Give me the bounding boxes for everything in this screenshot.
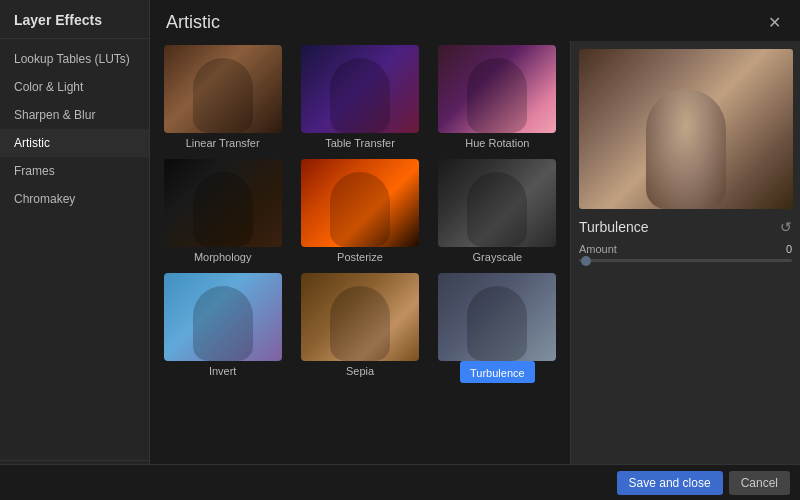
app-footer: Save and close Cancel: [0, 464, 800, 500]
effect-label-text-3: Morphology: [194, 251, 251, 263]
effect-item-invert[interactable]: Invert: [158, 273, 287, 383]
effect-label-text-5: Grayscale: [473, 251, 523, 263]
thumb-figure-6: [193, 286, 253, 361]
thumb-figure-1: [330, 58, 390, 133]
thumb-figure-3: [193, 172, 253, 247]
effect-item-grayscale[interactable]: Grayscale: [433, 159, 562, 265]
effect-thumb-0: [164, 45, 282, 133]
effect-label-text-8: Turbulence: [470, 367, 525, 379]
effect-label-wrap-5: Grayscale: [473, 247, 523, 265]
content-area: Linear TransferTable TransferHue Rotatio…: [150, 41, 800, 500]
preview-image: [579, 49, 793, 209]
effect-thumb-6: [164, 273, 282, 361]
main-header: Artistic ✕: [150, 0, 800, 41]
cancel-button[interactable]: Cancel: [729, 471, 790, 495]
effect-item-morphology[interactable]: Morphology: [158, 159, 287, 265]
effect-name-label: Turbulence: [579, 219, 649, 235]
effect-label-wrap-4: Posterize: [337, 247, 383, 265]
effect-thumb-8: [438, 273, 556, 361]
sidebar-item-color-light[interactable]: Color & Light: [0, 73, 149, 101]
param-row-amount: Amount 0: [579, 243, 792, 255]
param-label-amount: Amount: [579, 243, 617, 255]
thumb-figure-4: [330, 172, 390, 247]
effect-label-wrap-7: Sepia: [346, 361, 374, 379]
section-title: Artistic: [166, 12, 220, 33]
sidebar-title: Layer Effects: [0, 0, 149, 39]
effect-thumb-3: [164, 159, 282, 247]
effect-item-sepia[interactable]: Sepia: [295, 273, 424, 383]
effects-grid: Linear TransferTable TransferHue Rotatio…: [158, 45, 562, 383]
sidebar-nav: Lookup Tables (LUTs)Color & LightSharpen…: [0, 39, 149, 460]
effect-label-wrap-3: Morphology: [194, 247, 251, 265]
effect-thumb-4: [301, 159, 419, 247]
amount-slider-track[interactable]: [579, 259, 792, 262]
sidebar-item-chromakey[interactable]: Chromakey: [0, 185, 149, 213]
effect-label-text-7: Sepia: [346, 365, 374, 377]
effect-label-text-1: Table Transfer: [325, 137, 395, 149]
effect-label-wrap-2: Hue Rotation: [465, 133, 529, 151]
effect-label-text-2: Hue Rotation: [465, 137, 529, 149]
effect-thumb-1: [301, 45, 419, 133]
reset-effect-button[interactable]: ↺: [780, 219, 792, 235]
effect-thumb-7: [301, 273, 419, 361]
thumb-figure-2: [467, 58, 527, 133]
close-button[interactable]: ✕: [764, 13, 784, 33]
thumb-figure-8: [467, 286, 527, 361]
effect-label-text-4: Posterize: [337, 251, 383, 263]
effect-item-linear-transfer[interactable]: Linear Transfer: [158, 45, 287, 151]
save-and-close-button[interactable]: Save and close: [617, 471, 723, 495]
sidebar-item-sharpen-blur[interactable]: Sharpen & Blur: [0, 101, 149, 129]
effect-label-wrap-0: Linear Transfer: [186, 133, 260, 151]
amount-slider-thumb[interactable]: [581, 256, 591, 266]
sidebar-item-artistic[interactable]: Artistic: [0, 129, 149, 157]
thumb-figure-7: [330, 286, 390, 361]
effects-grid-area: Linear TransferTable TransferHue Rotatio…: [150, 41, 570, 500]
effect-item-turbulence[interactable]: Turbulence: [433, 273, 562, 383]
effect-label-wrap-1: Table Transfer: [325, 133, 395, 151]
sidebar: Layer Effects Lookup Tables (LUTs)Color …: [0, 0, 150, 500]
sidebar-item-frames[interactable]: Frames: [0, 157, 149, 185]
effect-label-text-6: Invert: [209, 365, 237, 377]
effect-item-table-transfer[interactable]: Table Transfer: [295, 45, 424, 151]
effect-item-hue-rotation[interactable]: Hue Rotation: [433, 45, 562, 151]
thumb-figure-5: [467, 172, 527, 247]
effect-name-panel: Turbulence ↺: [579, 219, 792, 235]
thumb-figure-0: [193, 58, 253, 133]
effect-label-wrap-8: Turbulence: [460, 361, 535, 383]
right-panel: Turbulence ↺ Amount 0: [570, 41, 800, 500]
effect-thumb-5: [438, 159, 556, 247]
effect-label-wrap-6: Invert: [209, 361, 237, 379]
preview-figure: [646, 89, 726, 209]
sidebar-item-luts[interactable]: Lookup Tables (LUTs): [0, 45, 149, 73]
main-area: Artistic ✕ Linear TransferTable Transfer…: [150, 0, 800, 500]
effect-thumb-2: [438, 45, 556, 133]
effect-item-posterize[interactable]: Posterize: [295, 159, 424, 265]
param-value-amount: 0: [786, 243, 792, 255]
effect-label-text-0: Linear Transfer: [186, 137, 260, 149]
